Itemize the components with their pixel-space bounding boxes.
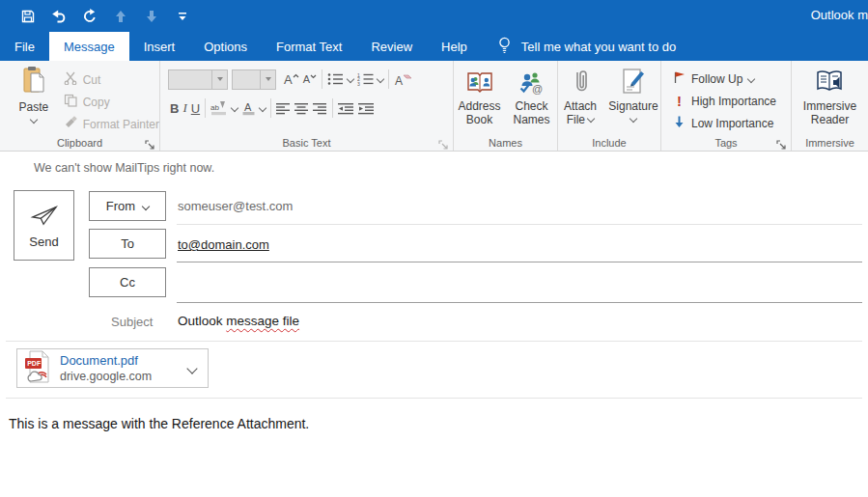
tab-options[interactable]: Options (189, 32, 262, 61)
subject-misspelled-text: message file (226, 314, 299, 328)
align-left-icon[interactable] (274, 97, 293, 119)
copy-button: Copy (64, 91, 159, 113)
signature-icon (621, 67, 646, 97)
tab-help[interactable]: Help (427, 32, 482, 61)
attachment-dropdown-chevron[interactable] (186, 363, 197, 373)
tab-insert[interactable]: Insert (129, 32, 190, 61)
high-importance-icon: ! (673, 93, 686, 109)
svg-text:PDF: PDF (27, 360, 42, 367)
ribbon-group-tags: Follow Up ! High Importance Low Importan… (661, 61, 792, 151)
format-painter-button: Format Painter (64, 113, 159, 135)
attachment-filename[interactable]: Document.pdf (60, 353, 138, 368)
ribbon-group-clipboard: Paste Cut Copy Format Painter Clipboard (0, 61, 160, 151)
svg-text:A: A (244, 101, 252, 113)
svg-text:A: A (395, 74, 403, 87)
ribbon-group-basic-text: A A 123 A B I U ab A (160, 61, 454, 151)
paste-dropdown-chevron[interactable] (30, 116, 38, 124)
cut-button: Cut (64, 69, 159, 91)
redo-icon[interactable] (81, 8, 98, 25)
message-body[interactable]: This is a message with the Reference Att… (9, 416, 309, 431)
clipboard-dialog-launcher-icon[interactable] (145, 137, 155, 148)
paste-icon (21, 66, 46, 98)
tab-message[interactable]: Message (49, 32, 129, 61)
cc-field-underline (177, 302, 862, 303)
ribbon-group-include: Attach File Signature Include (558, 61, 661, 151)
tags-dialog-launcher-icon[interactable] (776, 137, 787, 148)
customize-toolbar-icon[interactable] (174, 8, 191, 25)
mailtips-text: We can't show MailTips right now. (34, 161, 214, 175)
clear-formatting-icon[interactable]: A (392, 69, 414, 90)
italic-button[interactable]: I (181, 97, 188, 119)
from-button[interactable]: From (89, 191, 166, 221)
to-button[interactable]: To (89, 229, 166, 259)
follow-up-button[interactable]: Follow Up (673, 68, 791, 90)
low-importance-icon (673, 115, 686, 131)
undo-icon[interactable] (50, 8, 68, 25)
increase-indent-icon[interactable] (356, 97, 377, 119)
underline-button[interactable]: U (189, 97, 202, 119)
attachment-source: drive.google.com (60, 370, 152, 383)
immersive-reader-icon (815, 67, 846, 97)
cc-button[interactable]: Cc (89, 267, 166, 297)
highlight-icon[interactable]: ab (209, 97, 239, 119)
tell-me-label: Tell me what you want to do (521, 40, 676, 54)
to-field-underline (177, 262, 862, 262)
numbering-icon[interactable]: 123 (355, 69, 385, 90)
pdf-file-icon: PDF (24, 350, 51, 387)
ribbon: Paste Cut Copy Format Painter Clipboard (0, 61, 868, 152)
move-up-icon (112, 8, 129, 25)
save-icon[interactable] (19, 8, 37, 25)
align-right-icon[interactable] (311, 97, 329, 119)
svg-text:3: 3 (357, 81, 360, 86)
from-field-underline (177, 224, 862, 225)
ribbon-tab-row: File Message Insert Options Format Text … (0, 32, 868, 61)
low-importance-button[interactable]: Low Importance (673, 112, 791, 134)
from-value[interactable]: someuser@test.com (178, 199, 293, 213)
decrease-indent-icon[interactable] (336, 97, 356, 119)
grow-font-icon[interactable]: A (282, 69, 301, 90)
mailtips-bar: We can't show MailTips right now. (0, 152, 868, 183)
address-book-icon (466, 67, 493, 97)
subject-value[interactable]: Outlook message file (178, 314, 299, 328)
to-value[interactable]: to@domain.com (178, 237, 269, 252)
copy-icon (64, 94, 78, 110)
move-down-icon (143, 8, 160, 25)
send-icon (29, 203, 60, 231)
basic-text-dialog-launcher-icon[interactable] (438, 137, 449, 148)
tab-review[interactable]: Review (356, 32, 427, 61)
tab-format-text[interactable]: Format Text (262, 32, 356, 61)
svg-text:ab: ab (210, 103, 219, 112)
font-color-icon[interactable]: A (239, 97, 267, 119)
subject-label: Subject (111, 315, 153, 329)
attachment-well-bottom-border (6, 398, 862, 399)
send-button[interactable]: Send (14, 190, 74, 261)
font-name-combo (168, 69, 228, 90)
cut-icon (64, 71, 78, 88)
outlook-compose-window: Outlook m File Message Insert Options Fo… (0, 0, 868, 497)
shrink-font-icon[interactable]: A (301, 69, 319, 90)
attachment-card[interactable]: PDF Document.pdf drive.google.com (16, 348, 209, 388)
font-size-combo (232, 69, 276, 90)
bullets-icon[interactable] (325, 69, 355, 90)
align-center-icon[interactable] (293, 97, 311, 119)
from-chevron-icon (142, 202, 150, 209)
tell-me-box[interactable]: Tell me what you want to do (497, 32, 676, 61)
high-importance-button[interactable]: ! High Importance (673, 90, 791, 112)
format-painter-icon (64, 116, 78, 132)
lightbulb-icon (497, 36, 512, 58)
paperclip-icon (571, 67, 590, 97)
ribbon-group-names: Address Book @ Check Names Names (454, 61, 558, 151)
title-bar: Outlook m (0, 0, 868, 32)
bold-button[interactable]: B (168, 97, 181, 119)
window-title: Outlook m (811, 8, 868, 22)
tab-file[interactable]: File (0, 32, 49, 61)
flag-icon (673, 70, 686, 87)
svg-text:@: @ (532, 83, 543, 95)
check-names-icon: @ (518, 67, 546, 97)
ribbon-group-immersive: Immersive Reader Immersive (792, 61, 868, 151)
attachment-well-top-border (6, 341, 862, 342)
quick-access-toolbar (19, 8, 191, 25)
